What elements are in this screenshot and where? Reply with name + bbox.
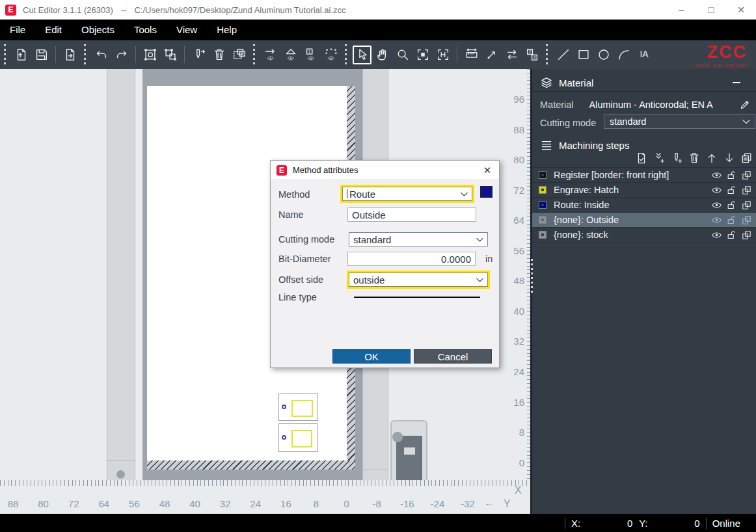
chevron-down-icon [475,235,485,245]
toolbar-ungroup-button[interactable] [161,46,180,64]
toolbar-rect-tool-button[interactable] [574,46,593,64]
confirm-steps-button[interactable] [635,152,648,165]
insert-step-button[interactable] [653,152,666,165]
step-visibility-toggle[interactable] [711,230,722,241]
menu-file[interactable]: File [0,20,35,40]
step-lock-toggle[interactable] [726,215,737,226]
machining-step-row[interactable]: {none}: stock [532,228,756,243]
name-value: Outside [352,209,386,220]
toolbar-circle-tool-button[interactable] [594,46,613,64]
machine-module-label [404,447,415,455]
offset-side-select[interactable]: outside [349,273,488,287]
machine-module-preview [390,420,427,480]
cutting-mode-select[interactable]: standard [604,114,755,129]
maximize-button[interactable]: □ [696,0,726,20]
close-button[interactable]: ✕ [726,0,756,20]
edit-material-icon[interactable] [739,99,751,111]
step-visibility-toggle[interactable] [711,170,722,181]
toolbar-group-button[interactable] [141,46,159,64]
toolbar-show-curves-button[interactable] [281,46,300,64]
step-lock-toggle[interactable] [726,230,737,241]
toolbar-measure-button[interactable] [462,46,481,64]
window-title: Cut Editor 3.1.1 (26303) [23,5,113,15]
add-method-button[interactable] [670,152,683,165]
method-color-swatch[interactable] [480,186,493,198]
menu-help[interactable]: Help [207,20,247,40]
toolbar-save-button[interactable] [32,46,51,64]
toolbar-text-tool-button[interactable]: IA [634,46,653,64]
name-input[interactable]: Outside [347,207,476,222]
toolbar-show-direction-button[interactable] [261,46,280,64]
toolbar-file-export-button[interactable] [61,46,79,64]
collapse-icon[interactable] [731,77,742,88]
move-down-button[interactable] [723,152,736,165]
canvas-object-route-path[interactable] [291,400,313,417]
dialog-cutting-mode-select[interactable]: standard [349,232,488,246]
delete-step-button[interactable] [688,152,701,165]
step-output-toggle[interactable] [741,170,752,181]
toolbar-drag-handle[interactable] [253,44,255,65]
canvas-object-register-mark[interactable] [282,405,286,409]
status-bar: X: 0 Y: 0 Online [0,514,756,532]
canvas-object[interactable] [278,393,318,421]
step-output-toggle[interactable] [741,185,752,196]
show-points-icon [324,47,338,62]
toolbar-redo-button[interactable] [112,46,131,64]
toolbar-dimension-button[interactable] [482,46,501,64]
move-up-button[interactable] [705,152,718,165]
step-lock-toggle[interactable] [726,185,737,196]
toolbar-drag-handle[interactable] [345,44,347,65]
toolbar-sort-sequence-button[interactable]: 23 [522,46,541,64]
canvas-object-register-mark[interactable] [282,435,286,440]
machining-step-row[interactable]: Route: Inside [532,198,756,213]
step-lock-toggle[interactable] [726,170,737,181]
step-lock-toggle[interactable] [726,200,737,211]
toolbar-undo-button[interactable] [92,46,111,64]
toolbar-file-import-button[interactable] [12,46,31,64]
menu-objects[interactable]: Objects [72,20,124,40]
canvas-object-route-path[interactable] [291,430,312,447]
step-visibility-toggle[interactable] [711,215,722,226]
bit-diameter-input[interactable]: 0.0000 [347,252,476,266]
toolbar-tool-change-button[interactable] [189,46,208,64]
svg-text:1: 1 [308,49,310,54]
toolbar-zoom-button[interactable] [393,46,412,64]
bit-diameter-unit: in [485,254,493,264]
step-color-swatch [539,202,546,208]
toolbar-show-points-button[interactable] [321,46,340,64]
toolbar-drag-handle[interactable] [4,44,6,65]
copy-steps-button[interactable] [740,152,753,165]
ruler-number: 24 [513,366,524,377]
ok-button[interactable]: OK [332,349,411,364]
step-output-toggle[interactable] [741,200,752,211]
menu-edit[interactable]: Edit [35,20,72,40]
method-select[interactable]: Route [342,187,472,201]
machining-step-row[interactable]: Engrave: Hatch [532,183,756,198]
toolbar-show-sequence-button[interactable]: 1 [301,46,320,64]
toolbar-duplicate-step-button[interactable] [230,46,249,64]
step-visibility-toggle[interactable] [711,185,722,196]
dialog-close-icon[interactable]: ✕ [482,165,493,176]
step-visibility-toggle[interactable] [711,200,722,211]
toolbar-fit-view-button[interactable] [413,46,432,64]
dialog-title-bar[interactable]: E Method attributes ✕ [271,161,499,180]
toolbar-line-tool-button[interactable] [554,46,573,64]
minimize-button[interactable]: – [666,0,696,20]
toolbar-drag-handle[interactable] [84,44,86,65]
toolbar-drag-handle[interactable] [546,44,548,65]
menu-tools[interactable]: Tools [124,20,167,40]
toolbar-reverse-direction-button[interactable] [502,46,521,64]
toolbar-arc-tool-button[interactable] [614,46,633,64]
toolbar-pan-button[interactable] [373,46,392,64]
toolbar-select-button[interactable] [353,46,371,64]
cancel-button[interactable]: Cancel [414,349,492,364]
step-output-toggle[interactable] [741,215,752,226]
menu-view[interactable]: View [167,20,207,40]
machining-step-row[interactable]: Register [border: front right] [532,168,756,183]
toolbar-fit-width-button[interactable] [433,46,452,64]
canvas-object[interactable] [278,423,318,452]
machining-step-row[interactable]: {none}: Outside [532,213,756,228]
step-output-toggle[interactable] [741,230,752,241]
toolbar-delete-button[interactable] [209,46,228,64]
panel-splitter-handle[interactable] [531,259,533,293]
